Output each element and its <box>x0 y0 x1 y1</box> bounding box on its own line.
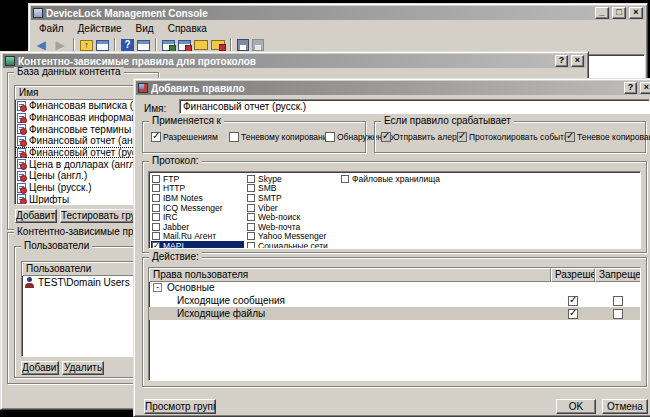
user-right-label: Исходящие сообщения <box>149 295 285 306</box>
trigger-option-shadow-copy[interactable]: Теневое копирование <box>565 132 650 142</box>
protocol-checkbox[interactable] <box>247 213 255 221</box>
trigger-option-log-event[interactable]: Протоколировать событие <box>457 132 573 142</box>
allowed-column-header[interactable]: Разрешено <box>551 268 595 282</box>
content-group-item-label: Цены (англ.) <box>29 170 87 181</box>
add-content-group-button[interactable]: Добавить <box>15 209 57 223</box>
console-titlebar[interactable]: DeviceLock Management Console _ □ × <box>31 6 645 20</box>
properties-icon[interactable] <box>137 40 150 51</box>
view-group-button[interactable]: Просмотр группы <box>144 399 216 414</box>
protocol-checkbox[interactable] <box>152 184 160 192</box>
protocol-checkbox[interactable] <box>247 175 255 183</box>
applies-option-permissions[interactable]: Разрешениям <box>151 132 218 142</box>
protocol-item[interactable]: IRC <box>151 212 244 222</box>
close-button[interactable]: × <box>629 7 643 19</box>
maximize-button[interactable]: □ <box>612 7 626 19</box>
protocol-checkbox[interactable] <box>152 175 160 183</box>
tree-expander-icon[interactable]: - <box>153 283 162 292</box>
denied-checkbox[interactable] <box>613 296 623 306</box>
ok-button[interactable]: OK <box>556 399 596 414</box>
user-right-row[interactable]: Исходящие сообщения <box>149 294 640 307</box>
user-list-item[interactable]: TEST\Domain Users <box>22 276 134 289</box>
menu-file[interactable]: Файл <box>32 23 71 34</box>
menu-action[interactable]: Действие <box>71 23 129 34</box>
rights-column-header[interactable]: Права пользователя <box>149 268 551 282</box>
load-rules-icon[interactable] <box>211 40 225 50</box>
protocol-item[interactable]: Jabber <box>151 222 244 232</box>
user-name: TEST\Domain Users <box>38 277 130 288</box>
user-right-row[interactable]: Исходящие файлы <box>149 307 640 320</box>
protocol-checkbox[interactable] <box>247 232 255 240</box>
menu-view[interactable]: Вид <box>129 23 161 34</box>
protocol-item[interactable]: ICQ Messenger <box>151 203 244 213</box>
save-as-icon[interactable] <box>252 39 264 51</box>
show-window-icon[interactable] <box>96 40 109 51</box>
protocol-item[interactable]: Web-почта <box>246 222 358 232</box>
checkbox-icon[interactable] <box>229 132 239 142</box>
protocol-checkbox[interactable] <box>247 223 255 231</box>
menu-help[interactable]: Справка <box>161 23 214 34</box>
close-button[interactable]: × <box>571 55 584 67</box>
protocol-item[interactable]: MAPI <box>151 241 244 249</box>
denied-column-header[interactable]: Запрещено <box>595 268 641 282</box>
delete-rule-icon[interactable] <box>178 40 191 51</box>
protocol-checkbox[interactable] <box>341 175 349 183</box>
minimize-button[interactable]: _ <box>595 7 609 19</box>
trigger-option-alert[interactable]: Отправить алерт <box>381 132 460 142</box>
help-button[interactable]: ? <box>555 55 568 67</box>
protocol-checkbox[interactable] <box>247 204 255 212</box>
protocol-item[interactable]: Социальные сети <box>246 241 358 249</box>
help-icon[interactable]: ? <box>121 39 134 51</box>
protocol-label: IBM Notes <box>163 193 203 203</box>
protocol-item[interactable]: Yahoo Messenger <box>246 232 358 242</box>
protocol-checkbox[interactable] <box>152 232 160 240</box>
protocol-label: MAPI <box>163 241 184 249</box>
allowed-checkbox[interactable] <box>568 296 578 306</box>
checkbox-icon[interactable] <box>565 132 575 142</box>
applies-option-shadowing[interactable]: Теневому копированию <box>229 132 334 142</box>
protocol-checkbox[interactable] <box>152 194 160 202</box>
cancel-button[interactable]: Отмена <box>602 399 648 414</box>
protocol-checkbox[interactable] <box>247 184 255 192</box>
users-group: Пользователи Пользователи TEST\Domain Us… <box>14 246 148 378</box>
export-list-icon[interactable] <box>162 40 175 51</box>
protocol-item[interactable]: Файловые хранилища <box>340 174 500 184</box>
protocol-item[interactable]: HTTP <box>151 184 244 194</box>
protocol-item[interactable]: IBM Notes <box>151 193 244 203</box>
protocol-checkbox[interactable] <box>152 204 160 212</box>
delete-user-button[interactable]: Удалить <box>62 361 104 375</box>
protocols-title: Контентно-зависимые правила для протокол… <box>18 56 552 67</box>
dialog-help-button[interactable]: ? <box>624 82 637 94</box>
protocol-item[interactable]: Mail.Ru Агент <box>151 232 244 242</box>
up-one-level-icon[interactable]: ↑ <box>80 40 93 51</box>
protocol-checkbox[interactable] <box>152 242 160 249</box>
allowed-checkbox[interactable] <box>568 309 578 319</box>
protocol-item[interactable]: Viber <box>246 203 358 213</box>
protocol-label: Jabber <box>163 222 189 232</box>
denied-checkbox[interactable] <box>613 309 623 319</box>
protocol-checkbox[interactable] <box>247 242 255 249</box>
protocol-label: Skype <box>258 174 282 184</box>
protocol-label: Viber <box>258 203 278 213</box>
dialog-titlebar[interactable]: Добавить правило ? × <box>136 81 650 95</box>
add-rule-dialog: Добавить правило ? × Имя: Применяется к … <box>133 78 650 417</box>
protocol-item[interactable]: SMTP <box>246 193 358 203</box>
save-icon[interactable] <box>237 39 249 51</box>
protocol-checkbox[interactable] <box>247 194 255 202</box>
protocol-checkbox[interactable] <box>152 213 160 221</box>
checkbox-icon[interactable] <box>381 132 391 142</box>
checkbox-icon[interactable] <box>457 132 467 142</box>
users-list-header[interactable]: Пользователи <box>22 262 134 276</box>
protocol-item[interactable]: Web-поиск <box>246 212 358 222</box>
dialog-close-button[interactable]: × <box>640 82 650 94</box>
add-user-button[interactable]: Добавить <box>21 361 59 375</box>
protocol-checkbox[interactable] <box>152 223 160 231</box>
open-folder-icon[interactable] <box>194 40 208 50</box>
protocol-item[interactable]: FTP <box>151 174 244 184</box>
checkbox-icon[interactable] <box>151 132 161 142</box>
content-group-item-label: Финансовый отчет (англ.) <box>29 135 148 146</box>
user-right-row[interactable]: -Основные <box>149 281 640 294</box>
protocol-list: FTPHTTPIBM NotesICQ MessengerIRCJabberMa… <box>148 171 641 249</box>
checkbox-icon[interactable] <box>325 132 335 142</box>
rule-name-input[interactable] <box>179 99 650 114</box>
protocol-item[interactable]: SMB <box>246 184 358 194</box>
